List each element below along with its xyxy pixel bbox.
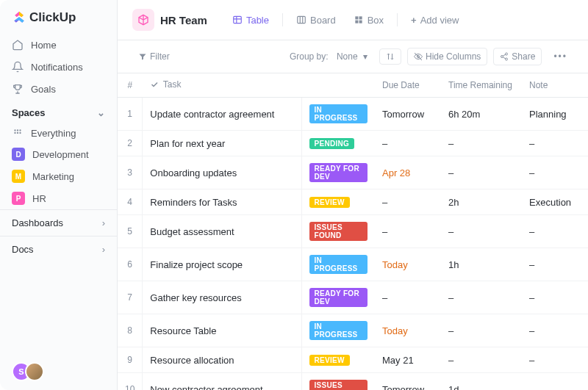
hide-columns-button[interactable]: Hide Columns	[407, 48, 487, 65]
note-cell[interactable]: –	[522, 215, 588, 248]
time-remaining-cell[interactable]: 1d	[441, 373, 522, 391]
table-row[interactable]: 8 Resource Table IN PROGRESS Today – –	[118, 314, 588, 347]
table-row[interactable]: 10 New contractor agreement ISSUES FOUND…	[118, 373, 588, 391]
status-badge: READY FOR DEV	[309, 288, 368, 307]
nav-docs[interactable]: Docs ›	[0, 236, 117, 262]
note-cell[interactable]: –	[522, 131, 588, 156]
time-remaining-cell[interactable]: 2h	[441, 189, 522, 215]
task-name-cell[interactable]: Gather key resources	[143, 281, 301, 314]
note-cell[interactable]: –	[522, 373, 588, 391]
space-item-hr[interactable]: PHR	[0, 187, 117, 209]
table-row[interactable]: 3 Onboarding updates READY FOR DEV Apr 2…	[118, 156, 588, 189]
nav-home[interactable]: Home	[0, 34, 117, 56]
time-remaining-cell[interactable]: –	[441, 281, 522, 314]
brand-logo[interactable]: ClickUp	[0, 0, 117, 34]
due-date-cell[interactable]: Apr 28	[375, 156, 441, 189]
time-remaining-cell[interactable]: –	[441, 347, 522, 373]
view-table[interactable]: Table	[226, 11, 275, 29]
table-row[interactable]: 2 Plan for next year PENDING – – –	[118, 131, 588, 156]
due-date-cell[interactable]: Today	[375, 248, 441, 281]
row-number: 6	[118, 248, 143, 281]
space-icon[interactable]	[132, 9, 154, 31]
view-board[interactable]: Board	[290, 11, 342, 29]
table-row[interactable]: 7 Gather key resources READY FOR DEV – –…	[118, 281, 588, 314]
space-label: HR	[32, 193, 46, 204]
due-date-cell[interactable]: Tomorrow	[375, 373, 441, 391]
add-view[interactable]: + Add view	[405, 11, 465, 29]
more-button[interactable]: •••	[548, 48, 573, 65]
note-cell[interactable]: –	[522, 248, 588, 281]
col-time[interactable]: Time Remaining	[441, 73, 522, 98]
table-row[interactable]: 6 Finalize project scope IN PROGRESS Tod…	[118, 248, 588, 281]
note-cell[interactable]: –	[522, 156, 588, 189]
home-icon	[12, 39, 24, 51]
nav-notifications[interactable]: Notifications	[0, 56, 117, 78]
table-row[interactable]: 5 Budget assessment ISSUES FOUND – – –	[118, 215, 588, 248]
note-cell[interactable]: Planning	[522, 98, 588, 131]
task-name-cell[interactable]: Finalize project scope	[143, 248, 301, 281]
status-cell[interactable]: READY FOR DEV	[301, 281, 375, 314]
task-name-cell[interactable]: Reminders for Tasks	[143, 189, 301, 215]
table-row[interactable]: 1 Update contractor agreement IN PROGRES…	[118, 98, 588, 131]
task-name-cell[interactable]: New contractor agreement	[143, 373, 301, 391]
row-number: 9	[118, 347, 143, 373]
filter-button[interactable]: Filter	[132, 48, 176, 65]
table-row[interactable]: 9 Resource allocation REVIEW May 21 – –	[118, 347, 588, 373]
status-cell[interactable]: REVIEW	[301, 347, 375, 373]
group-by-button[interactable]: Group by: None ▾	[284, 48, 373, 65]
col-number[interactable]: #	[118, 73, 143, 98]
time-remaining-cell[interactable]: –	[441, 131, 522, 156]
due-date-cell[interactable]: Tomorrow	[375, 98, 441, 131]
group-by-label: Group by:	[290, 51, 329, 62]
due-date-cell[interactable]: –	[375, 215, 441, 248]
sort-button[interactable]	[379, 48, 401, 65]
status-cell[interactable]: PENDING	[301, 131, 375, 156]
time-remaining-cell[interactable]: 1h	[441, 248, 522, 281]
task-name-cell[interactable]: Update contractor agreement	[143, 98, 301, 131]
note-cell[interactable]: –	[522, 347, 588, 373]
view-label: Box	[368, 15, 384, 26]
due-date-cell[interactable]: –	[375, 131, 441, 156]
due-date-cell[interactable]: May 21	[375, 347, 441, 373]
status-cell[interactable]: ISSUES FOUND	[301, 373, 375, 391]
status-cell[interactable]: ISSUES FOUND	[301, 215, 375, 248]
task-name-cell[interactable]: Resource allocation	[143, 347, 301, 373]
table-row[interactable]: 4 Reminders for Tasks REVIEW – 2h Execut…	[118, 189, 588, 215]
filter-label: Filter	[150, 51, 170, 62]
status-badge: READY FOR DEV	[309, 163, 368, 182]
note-cell[interactable]: –	[522, 314, 588, 347]
nav-dashboards[interactable]: Dashboards ›	[0, 209, 117, 236]
status-cell[interactable]: IN PROGRESS	[301, 248, 375, 281]
col-status[interactable]	[301, 73, 375, 98]
note-cell[interactable]: –	[522, 281, 588, 314]
view-box[interactable]: Box	[348, 11, 390, 29]
task-name-cell[interactable]: Onboarding updates	[143, 156, 301, 189]
time-remaining-cell[interactable]: –	[441, 215, 522, 248]
status-cell[interactable]: REVIEW	[301, 189, 375, 215]
col-note[interactable]: Note	[522, 73, 588, 98]
space-everything[interactable]: Everything	[0, 123, 117, 143]
note-cell[interactable]: Execution	[522, 189, 588, 215]
time-remaining-cell[interactable]: –	[441, 314, 522, 347]
status-cell[interactable]: IN PROGRESS	[301, 98, 375, 131]
task-name-cell[interactable]: Budget assessment	[143, 215, 301, 248]
avatar[interactable]	[25, 362, 44, 381]
col-task[interactable]: Task	[143, 73, 301, 98]
due-date-cell[interactable]: –	[375, 281, 441, 314]
status-cell[interactable]: IN PROGRESS	[301, 314, 375, 347]
due-date-cell[interactable]: Today	[375, 314, 441, 347]
space-item-development[interactable]: DDevelopment	[0, 143, 117, 165]
plus-icon: +	[411, 15, 417, 26]
time-remaining-cell[interactable]: –	[441, 156, 522, 189]
share-button[interactable]: Share	[493, 48, 542, 65]
time-remaining-cell[interactable]: 6h 20m	[441, 98, 522, 131]
due-date-cell[interactable]: –	[375, 189, 441, 215]
col-due[interactable]: Due Date	[375, 73, 441, 98]
nav-goals[interactable]: Goals	[0, 78, 117, 100]
chevron-down-icon: ▾	[361, 51, 368, 62]
space-item-marketing[interactable]: MMarketing	[0, 165, 117, 187]
spaces-header[interactable]: Spaces ⌄	[0, 100, 117, 123]
task-name-cell[interactable]: Plan for next year	[143, 131, 301, 156]
status-cell[interactable]: READY FOR DEV	[301, 156, 375, 189]
task-name-cell[interactable]: Resource Table	[143, 314, 301, 347]
